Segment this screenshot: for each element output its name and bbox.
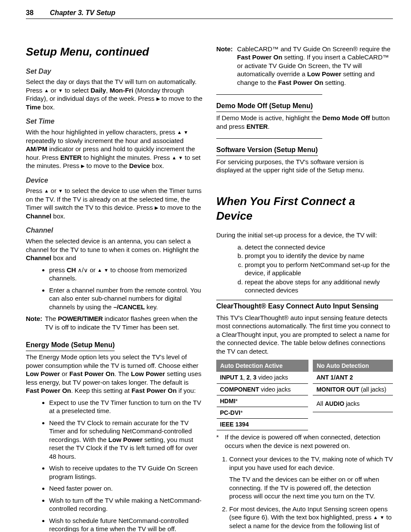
energy-bullet-list: Expect to use the TV Timer function to t…: [26, 398, 202, 532]
energy-mode-heading: Energy Mode (Setup Menu): [26, 341, 115, 351]
text: or: [88, 266, 97, 274]
text: video jacks: [256, 374, 288, 381]
table-row: Auto Detection Active: [217, 360, 308, 372]
section-heading: Setup Menu, continued: [26, 45, 202, 59]
software-version-heading: Software Version (Setup Menu): [216, 146, 318, 156]
triangle-up-icon: ▲: [44, 88, 49, 93]
bold-text: AUDIO: [325, 400, 344, 407]
text: Connect your devices to the TV, making n…: [229, 455, 393, 471]
bold-text: COMPONENT: [220, 386, 259, 393]
list-item: press CH ∧/∨ or ▲ ▼ to choose from memor…: [49, 266, 202, 283]
text: The: [45, 315, 58, 322]
bold-text: 2: [246, 374, 250, 381]
list-item: Wish to schedule future NetCommand-contr…: [49, 516, 202, 532]
bold-text: PC-DVI: [220, 409, 240, 416]
left-column: Setup Menu, continued Set Day Select the…: [26, 45, 202, 532]
text: to move to the: [160, 95, 202, 102]
table-row: HDMI*: [217, 395, 308, 407]
text: The TV and the devices can be either on …: [229, 475, 393, 501]
text: press: [49, 266, 67, 274]
triangle-down-icon: ▼: [184, 130, 188, 135]
key-label: CH: [67, 266, 76, 274]
triangle-up-icon: ▲: [177, 130, 182, 135]
page-number: 38: [26, 9, 34, 18]
bold-text: Daily: [90, 87, 106, 94]
set-day-heading: Set Day: [26, 67, 202, 76]
text: *: [240, 409, 243, 416]
table-cell: All AUDIO jacks: [313, 395, 392, 412]
key-label: –/CANCEL: [113, 303, 145, 311]
text: .: [268, 123, 269, 130]
chevron-down-icon: ∨: [84, 267, 88, 274]
list-item: detect the connected device: [245, 243, 393, 252]
first-connect-steps: detect the connected device prompt you t…: [216, 243, 393, 295]
note-label: Note:: [26, 314, 42, 331]
note-label: Note:: [216, 45, 233, 87]
right-column: Note: CableCARD™ and TV Guide On Screen®…: [216, 45, 393, 532]
triangle-down-icon: ▼: [58, 189, 63, 193]
note-body: The POWER/TIMER indicator flashes green …: [45, 314, 202, 331]
bold-text: Device: [129, 162, 150, 169]
triangle-up-icon: ▲: [44, 189, 49, 193]
text: to move to the: [158, 204, 201, 211]
set-time-heading: Set Time: [26, 117, 202, 126]
triangle-down-icon: ▼: [380, 515, 384, 520]
bold-text: Channel: [26, 212, 51, 220]
no-auto-detection-table: No Auto Detection ANT 1/ANT 2 MONITOR OU…: [313, 360, 393, 430]
chapter-title: Chapter 3. TV Setup: [50, 9, 115, 18]
asterisk-text: If the device is powered off when connec…: [225, 433, 393, 450]
text: to highlight the minutes. Press: [81, 154, 171, 161]
text: or: [49, 187, 58, 194]
triangle-up-icon: ▲: [97, 268, 102, 273]
bold-text: Fast Power On: [278, 79, 323, 86]
asterisk-note: * If the device is powered off when conn…: [216, 433, 393, 450]
table-row: ANT 1/ANT 2: [313, 372, 392, 383]
text: box and: [51, 254, 76, 261]
triangle-down-icon: ▼: [178, 156, 183, 160]
bold-text: AM: [26, 145, 36, 152]
table-row: PC-DVI*: [217, 407, 308, 419]
key-label: ENTER: [60, 154, 81, 161]
bold-text: IEEE 1394: [220, 421, 249, 428]
list-item: Expect to use the TV Timer function to t…: [49, 398, 202, 415]
first-connect-intro: During the initial set-up process for a …: [216, 231, 393, 240]
triangle-down-icon: ▼: [58, 88, 63, 93]
set-day-paragraph: Select the day or days that the TV will …: [26, 78, 202, 111]
text: *: [235, 398, 237, 404]
list-item: prompt you to perform NetCommand set-up …: [245, 261, 393, 277]
bold-text: Low Power: [109, 436, 143, 443]
text: video jacks: [259, 386, 291, 393]
text: to select: [63, 87, 90, 94]
table-header: Auto Detection Active: [217, 360, 308, 372]
table-cell: INPUT 1, 2, 3 video jacks: [217, 372, 308, 383]
triangle-up-icon: ▲: [172, 156, 177, 160]
bold-text: PM: [38, 145, 48, 152]
table-header: No Auto Detection: [313, 360, 392, 372]
chevron-up-icon: ∧: [78, 267, 82, 274]
list-item: Connect your devices to the TV, making n…: [229, 455, 393, 501]
software-version-paragraph: For servicing purposes, the TV's softwar…: [216, 158, 393, 174]
two-column-layout: Setup Menu, continued Set Day Select the…: [26, 45, 393, 532]
text: For most devices, the Auto Input Sensing…: [229, 505, 388, 521]
bold-text: Channel: [26, 254, 51, 261]
bold-text: Fast Power On: [69, 370, 115, 377]
table-row: MONITOR OUT (all jacks): [313, 383, 392, 395]
text: box.: [41, 103, 55, 111]
table-row: INPUT 1, 2, 3 video jacks: [217, 372, 308, 383]
bold-text: MONITOR OUT: [316, 386, 359, 393]
list-item: Enter a channel number from the remote c…: [49, 286, 202, 311]
list-item: repeat the above steps for any additiona…: [245, 278, 393, 295]
list-item: Wish to turn off the TV while making a N…: [49, 496, 202, 513]
text: ,: [250, 374, 253, 381]
auto-detection-table: Auto Detection Active INPUT 1, 2, 3 vide…: [216, 360, 308, 430]
set-time-paragraph: With the hour highlighted in yellow char…: [26, 128, 202, 170]
bold-text: Time: [26, 103, 41, 111]
text: With the hour highlighted in yellow char…: [26, 128, 177, 136]
energy-mode-paragraph: The Energy Mode option lets you select t…: [26, 353, 202, 395]
list-item: Need faster power on.: [49, 484, 202, 493]
text: box.: [51, 212, 65, 220]
text: box.: [150, 162, 164, 169]
connect-steps-list: Connect your devices to the TV, making n…: [216, 455, 393, 532]
list-item: Need the TV Clock to remain accurate for…: [49, 419, 202, 461]
table-cell: HDMI*: [217, 395, 308, 407]
